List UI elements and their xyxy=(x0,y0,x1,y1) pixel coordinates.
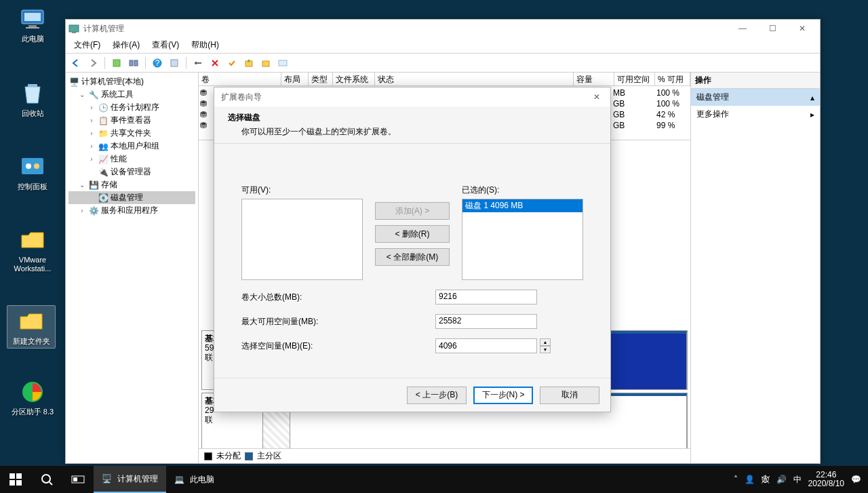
legend-label: 主分区 xyxy=(257,450,281,462)
list-item[interactable]: 磁盘 1 4096 MB xyxy=(462,199,583,212)
toolbar-btn[interactable] xyxy=(126,56,141,71)
computer-mgmt-icon: 🖥️ xyxy=(68,77,79,87)
desktop-icon-vmware[interactable]: VMware Workstati... xyxy=(8,226,57,273)
spin-down-button[interactable]: ▼ xyxy=(540,346,551,353)
toolbar-btn[interactable] xyxy=(224,56,239,71)
taskbar-app-label: 计算机管理 xyxy=(117,473,158,485)
tree-performance[interactable]: ›📈性能 xyxy=(68,153,195,165)
next-button[interactable]: 下一步(N) > xyxy=(473,387,533,404)
col-pct[interactable]: % 可用 xyxy=(655,73,690,85)
cancel-button[interactable]: 取消 xyxy=(540,387,599,404)
tree-device-manager[interactable]: 🔌设备管理器 xyxy=(68,165,195,178)
disk-icon: 💽 xyxy=(98,193,108,203)
ime-indicator[interactable]: 中 xyxy=(793,474,802,486)
back-button[interactable]: < 上一步(B) xyxy=(407,387,467,404)
users-icon: 👥 xyxy=(98,141,108,152)
taskbar-app-computer-management[interactable]: 🖥️计算机管理 xyxy=(94,466,166,493)
tree-event-viewer[interactable]: ›📋事件查看器 xyxy=(68,114,195,127)
desktop-icon-this-pc[interactable]: 此电脑 xyxy=(8,5,57,43)
tray-chevron-icon[interactable]: ˄ xyxy=(734,475,738,484)
tree-storage[interactable]: ⌄💾存储 xyxy=(68,178,195,191)
desktop-icon-control-panel[interactable]: 控制面板 xyxy=(8,153,57,191)
toolbar-btn[interactable] xyxy=(167,56,182,71)
tree-services-apps[interactable]: ›⚙️服务和应用程序 xyxy=(68,204,195,217)
forward-button[interactable] xyxy=(85,56,100,71)
help-button[interactable]: ? xyxy=(150,56,165,71)
minimize-button[interactable]: — xyxy=(728,20,757,37)
menu-action[interactable]: 操作(A) xyxy=(107,38,145,52)
select-space-input[interactable] xyxy=(435,338,537,353)
toolbar-btn[interactable] xyxy=(275,56,290,71)
taskbar-app-this-pc[interactable]: 💻此电脑 xyxy=(166,466,222,493)
menu-view[interactable]: 查看(V) xyxy=(146,38,184,52)
tree-label: 服务和应用程序 xyxy=(101,205,158,216)
tree-task-scheduler[interactable]: ›🕒任务计划程序 xyxy=(68,101,195,114)
svg-rect-3 xyxy=(26,27,39,28)
dialog-close-button[interactable]: ✕ xyxy=(590,92,604,102)
tree-label: 磁盘管理 xyxy=(111,192,143,203)
dialog-footer: < 上一步(B) 下一步(N) > 取消 xyxy=(214,378,610,412)
step-title: 选择磁盘 xyxy=(228,112,599,123)
tree-local-users[interactable]: ›👥本地用户和组 xyxy=(68,140,195,153)
titlebar: 计算机管理 — ☐ ✕ xyxy=(66,20,820,37)
wrench-icon: 🔧 xyxy=(88,90,99,100)
task-view-button[interactable] xyxy=(62,466,94,493)
col-status[interactable]: 状态 xyxy=(375,73,574,85)
col-type[interactable]: 类型 xyxy=(309,73,333,85)
desktop-icon-new-folder[interactable]: 新建文件夹 xyxy=(7,305,56,349)
desktop-icon-label: 分区助手 8.3 xyxy=(12,408,54,416)
close-button[interactable]: ✕ xyxy=(787,20,817,37)
step-description: 你可以用至少一个磁盘上的空间来扩展卷。 xyxy=(228,123,599,138)
tree-label: 事件查看器 xyxy=(111,115,151,126)
network-icon[interactable]: 🕸 xyxy=(762,475,770,484)
storage-icon: 💾 xyxy=(88,180,99,191)
system-tray[interactable]: ˄ 👤 🕸 🔊 中 22:462020/8/10 💬 xyxy=(727,471,868,488)
delete-button[interactable] xyxy=(208,56,222,71)
col-layout[interactable]: 布局 xyxy=(281,73,309,85)
notifications-icon[interactable]: 💬 xyxy=(851,475,861,484)
col-capacity[interactable]: 容量 xyxy=(574,73,614,85)
svg-point-7 xyxy=(34,163,39,169)
search-button[interactable] xyxy=(31,466,62,493)
action-disk-management[interactable]: 磁盘管理▴ xyxy=(691,89,820,106)
select-space-label: 选择空间量(MB)(E): xyxy=(241,340,431,352)
tree-disk-management[interactable]: 💽磁盘管理 xyxy=(68,191,195,204)
remove-all-button[interactable]: < 全部删除(M) xyxy=(375,248,450,266)
toolbar-btn[interactable] xyxy=(258,56,273,71)
tree-system-tools[interactable]: ⌄🔧系统工具 xyxy=(68,88,195,101)
col-volume[interactable]: 卷 xyxy=(199,73,281,85)
legend: 未分配 主分区 xyxy=(199,448,690,463)
selected-listbox[interactable]: 磁盘 1 4096 MB xyxy=(462,199,583,280)
clock[interactable]: 22:462020/8/10 xyxy=(808,471,844,488)
taskbar: 🖥️计算机管理 💻此电脑 ˄ 👤 🕸 🔊 中 22:462020/8/10 💬 xyxy=(0,466,868,493)
desktop-icon-recycle-bin[interactable]: 回收站 xyxy=(8,80,57,118)
add-button[interactable]: 添加(A) > xyxy=(375,202,450,220)
toolbar-btn[interactable] xyxy=(109,56,124,71)
tree-label: 任务计划程序 xyxy=(111,102,159,113)
nav-tree[interactable]: 🖥️计算机管理(本地) ⌄🔧系统工具 ›🕒任务计划程序 ›📋事件查看器 ›📁共享… xyxy=(66,73,199,463)
svg-point-6 xyxy=(26,163,31,169)
app-icon xyxy=(68,23,79,34)
toolbar-btn[interactable] xyxy=(191,56,205,71)
remove-button[interactable]: < 删除(R) xyxy=(375,225,450,243)
partition-assistant-icon xyxy=(19,378,46,406)
start-button[interactable] xyxy=(0,466,31,493)
spin-up-button[interactable]: ▲ xyxy=(540,338,551,346)
action-more[interactable]: 更多操作▸ xyxy=(691,106,820,123)
col-free[interactable]: 可用空间 xyxy=(614,73,655,85)
desktop-icon-aomei[interactable]: 分区助手 8.3 xyxy=(8,378,57,416)
col-fs[interactable]: 文件系统 xyxy=(333,73,375,85)
tree-shared-folders[interactable]: ›📁共享文件夹 xyxy=(68,127,195,140)
people-icon[interactable]: 👤 xyxy=(745,475,755,484)
toolbar-btn[interactable] xyxy=(241,56,256,71)
tree-root[interactable]: 🖥️计算机管理(本地) xyxy=(68,75,195,88)
volume-icon[interactable]: 🔊 xyxy=(776,475,787,484)
available-listbox[interactable] xyxy=(241,199,363,280)
maximize-button[interactable]: ☐ xyxy=(757,20,787,37)
menu-help[interactable]: 帮助(H) xyxy=(186,38,224,52)
twisty-icon: › xyxy=(78,207,86,214)
svg-text:?: ? xyxy=(155,58,160,68)
menu-file[interactable]: 文件(F) xyxy=(68,38,106,52)
back-button[interactable] xyxy=(68,56,83,71)
desktop-icon-label: VMware Workstati... xyxy=(8,256,57,273)
